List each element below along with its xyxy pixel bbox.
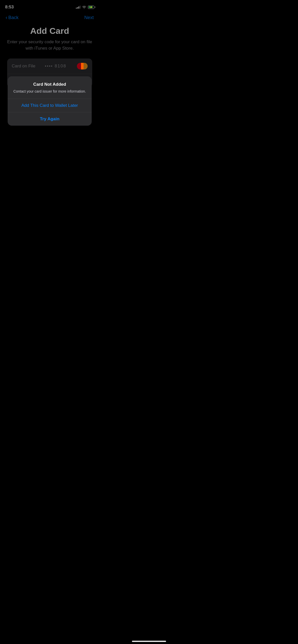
alert-overlay: Card Not Added Contact your card issuer … xyxy=(0,0,99,215)
add-to-wallet-later-button[interactable]: Add This Card to Wallet Later xyxy=(8,99,92,112)
add-to-wallet-later-label: Add This Card to Wallet Later xyxy=(21,103,78,108)
alert-message: Contact your card issuer for more inform… xyxy=(13,89,87,94)
try-again-button[interactable]: Try Again xyxy=(8,112,92,126)
alert-dialog: Card Not Added Contact your card issuer … xyxy=(8,76,92,126)
try-again-label: Try Again xyxy=(40,116,60,121)
alert-header: Card Not Added Contact your card issuer … xyxy=(8,76,92,99)
alert-title: Card Not Added xyxy=(13,82,87,87)
